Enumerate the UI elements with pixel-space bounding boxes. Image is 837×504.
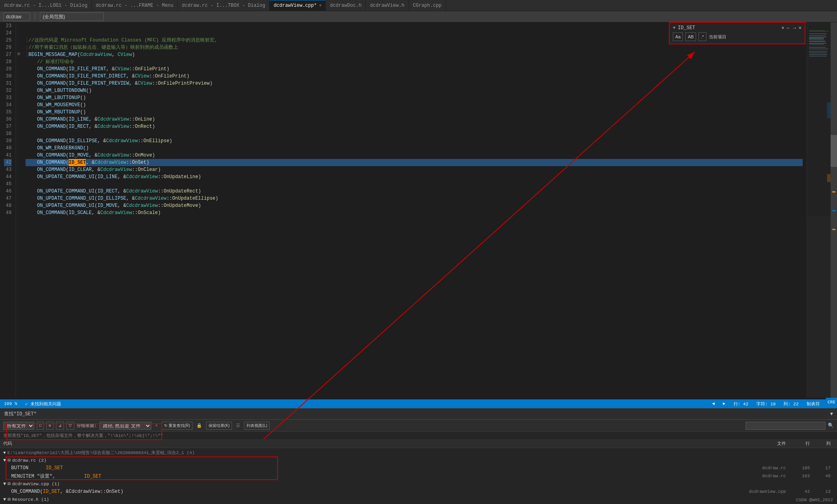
result-item-oncommand[interactable]: ON_COMMAND(ID_SET, &CdcdrawView::OnSet) … xyxy=(0,488,837,496)
group-expand-icon3: ⊟ xyxy=(8,496,10,502)
code-line-30: ON_COMMAND ( ID_FILE_PRINT_DIRECT , & CV… xyxy=(26,73,803,80)
code-col-header: 代码 xyxy=(3,441,706,446)
scroll-right-icon[interactable]: ► xyxy=(723,401,726,406)
find-panel-header: ▼ ID_SET × ← → × xyxy=(673,25,801,31)
line-col-header: 行 xyxy=(786,441,810,446)
append-btn[interactable]: ≡ xyxy=(46,422,54,430)
result-col-2: 45 xyxy=(810,474,834,478)
result-col-3: 13 xyxy=(810,489,834,494)
code-line-43: ON_COMMAND ( ID_CLEAR , & CdcdrawView ::… xyxy=(26,166,803,173)
result-tree: ▼ E:\LearningMaterial\大四上\OO报告\综合实验二\202… xyxy=(0,448,837,504)
find-scope-label: 当前项目 xyxy=(709,34,726,40)
svg-rect-14 xyxy=(809,47,826,48)
tab-viewcpp[interactable]: dcdrawView.cpp* × xyxy=(270,0,326,11)
line-numbers: 23 24 25 26 27 28 29 30 31 32 33 34 35 3… xyxy=(0,22,16,398)
code-line-32: ON_WM_LBUTTONDOWN () xyxy=(26,87,803,94)
scroll-thumb[interactable] xyxy=(831,135,837,167)
find-prev-btn[interactable]: ← xyxy=(786,25,791,31)
list-icon: ☰ xyxy=(236,423,240,428)
new-search-btn[interactable]: □ xyxy=(37,422,44,430)
row-info: 行: 42 xyxy=(734,401,748,407)
tab-cgraph[interactable]: CGraph.cpp xyxy=(409,0,446,11)
filter-btn[interactable]: ⊿ xyxy=(56,422,64,430)
scope-dropdown[interactable]: (全局范围) xyxy=(40,12,104,21)
tab-log1[interactable]: dcdraw.rc - I...LOG1 - Dialog xyxy=(0,0,92,11)
code-editor[interactable]: │ //这段代码是 Microsoft Foundation Classes (… xyxy=(22,22,807,398)
scroll-left-icon[interactable]: ◄ xyxy=(712,401,715,406)
svg-rect-10 xyxy=(809,42,826,42)
scroll-bar[interactable] xyxy=(831,22,837,398)
rerun-btn[interactable]: ↻ 重复查找(R) xyxy=(162,422,192,430)
code-line-42: ON_COMMAND ( ID_SET , & CdcdrawView :: O… xyxy=(26,159,803,166)
svg-rect-3 xyxy=(809,34,827,34)
file-filter-dropdown[interactable]: 所有文件 xyxy=(3,422,34,430)
tab-tbox[interactable]: dcdraw.rc - I...TBOX - Dialog xyxy=(178,0,270,11)
result-file-2: dcdraw.rc xyxy=(706,474,786,478)
tab-viewh[interactable]: dcdrawView.h xyxy=(366,0,409,11)
find-case-btn[interactable]: Aa xyxy=(673,32,683,41)
find-collapse-icon: ▼ xyxy=(673,26,676,30)
file-col-header: 文件 xyxy=(706,441,786,446)
svg-rect-21 xyxy=(827,174,831,182)
find-next-btn[interactable]: → xyxy=(792,25,797,31)
find-close-btn[interactable]: × xyxy=(781,25,784,31)
code-line-46: ON_UPDATE_COMMAND_UI ( ID_RECT , & Cdcdr… xyxy=(26,188,803,195)
position-info: 列: 22 xyxy=(783,401,798,407)
search-panel-title: 查找"ID_SET" xyxy=(4,411,37,417)
project-expand-icon[interactable]: ▼ xyxy=(3,450,6,455)
group-by-dropdown[interactable]: 路径, 然后是 文件 xyxy=(99,422,151,430)
scroll-marker-blue xyxy=(832,210,835,211)
resourceh-group-header[interactable]: ▼ ⊟ Resource.h (1) xyxy=(0,496,837,503)
svg-rect-8 xyxy=(809,39,824,40)
col-info: 字符: 19 xyxy=(756,401,776,407)
find-close2-btn[interactable]: × xyxy=(799,25,801,31)
keep-btn[interactable]: 保留结果(K) xyxy=(206,422,232,430)
tab-doc[interactable]: dcdrawDoc.h xyxy=(326,0,366,11)
close-icon[interactable]: × xyxy=(319,4,321,8)
resourceh-group: ▼ ⊟ Resource.h (1) #define ID_SET 32793 … xyxy=(0,496,837,504)
project-dropdown[interactable]: dcdraw xyxy=(3,12,30,21)
project-path-row: ▼ E:\LearningMaterial\大四上\OO报告\综合实验二\202… xyxy=(0,449,837,456)
result-line-3: 42 xyxy=(786,489,810,494)
dcdrawrc-group-header[interactable]: ▼ ⊟ dcdraw.rc (2) xyxy=(0,456,837,464)
search-col-headers: 代码 文件 行 列 xyxy=(0,439,837,448)
list-view-btn[interactable]: 列表视图(L) xyxy=(244,422,270,430)
separator-x: × xyxy=(155,423,158,428)
tab-tbox-label: dcdraw.rc - I...TBOX - Dialog xyxy=(182,3,265,8)
result-item-button[interactable]: BUTTON ID_SET dcdraw.rc 105 17 xyxy=(0,464,837,472)
find-regex-btn[interactable]: .* xyxy=(698,32,706,41)
result-item-menuitem[interactable]: MENUITEM "设置", ID_SET dcdraw.rc 163 45 xyxy=(0,472,837,480)
dcdrawrc-group: ▼ ⊟ dcdraw.rc (2) BUTTON ID_SET dcdraw.r… xyxy=(0,456,837,480)
svg-rect-12 xyxy=(809,44,824,44)
code-line-39: ON_COMMAND ( ID_ELLIPSE , & CdcdrawView … xyxy=(26,137,803,145)
result-line-2: 163 xyxy=(786,474,810,478)
search-results-input[interactable] xyxy=(746,422,825,430)
watermark: CSDN @WHS_2022 xyxy=(796,498,833,502)
search-icon[interactable]: 🔍 xyxy=(828,423,834,429)
code-line-47: ON_UPDATE_COMMAND_UI ( ID_ELLIPSE , & Cd… xyxy=(26,195,803,202)
dcdrawrc-group-label: dcdraw.rc (2) xyxy=(12,458,46,463)
editor-container: 23 24 25 26 27 28 29 30 31 32 33 34 35 3… xyxy=(0,22,837,398)
group-arrow-icon: ▼ xyxy=(3,458,6,463)
result-code-1: BUTTON ID_SET xyxy=(11,465,706,471)
find-word-btn[interactable]: AB xyxy=(685,32,696,41)
svg-rect-15 xyxy=(809,49,828,49)
code-line-33: ON_WM_LBUTTONUP () xyxy=(26,94,803,101)
tab-frame[interactable]: dcdraw.rc - ...FRAME - Menu xyxy=(92,0,178,11)
code-line-26: │ //用于将窗口消息（如鼠标点击、键盘输入等）映射到类的成员函数上 xyxy=(26,44,803,51)
options-btn[interactable]: ▽ xyxy=(66,422,74,430)
main-toolbar: dcdraw (全局范围) xyxy=(0,11,837,22)
code-line-49: ON_COMMAND ( ID_SCALE , & CdcdrawView ::… xyxy=(26,209,803,216)
status-bar: 109 % ✓ 未找到相关问题 ◄ ► 行: 42 字符: 19 列: 22 制… xyxy=(0,399,837,408)
group-arrow-icon2: ▼ xyxy=(3,481,6,487)
viewcpp-group-header[interactable]: ▼ ⊟ dcdrawView.cpp (1) xyxy=(0,480,837,488)
group-arrow-icon3: ▼ xyxy=(3,497,6,502)
search-panel-close-btn[interactable]: ▼ xyxy=(830,411,833,417)
resourceh-group-label: Resource.h (1) xyxy=(12,497,49,502)
code-line-28: // 标准打印命令 xyxy=(26,58,803,65)
project-path: E:\LearningMaterial\大四上\OO报告\综合实验二\20200… xyxy=(8,450,195,456)
svg-rect-16 xyxy=(809,51,827,52)
search-toolbar: 所有文件 □ ≡ ⊿ ▽ 分组依据: 路径, 然后是 文件 × ↻ 重复查找(R… xyxy=(0,420,837,432)
group-expand-icon2: ⊟ xyxy=(8,481,10,487)
code-line-27: │ BEGIN_MESSAGE_MAP ( CdcdrawView , CVie… xyxy=(26,51,803,58)
